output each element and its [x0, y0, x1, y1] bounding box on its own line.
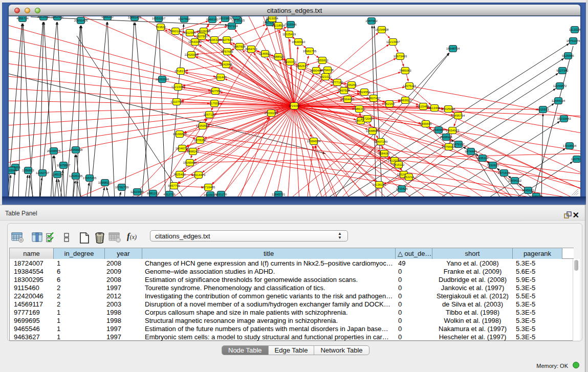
svg-text:15720407: 15720407: [361, 117, 375, 120]
svg-text:10973493: 10973493: [394, 55, 407, 58]
svg-text:1640954: 1640954: [432, 128, 445, 132]
svg-text:20364456: 20364456: [341, 98, 355, 101]
svg-text:1962950: 1962950: [51, 16, 63, 18]
svg-text:16553267: 16553267: [152, 17, 166, 20]
svg-text:8913602: 8913602: [37, 16, 50, 18]
svg-text:22420046: 22420046: [185, 53, 199, 56]
svg-text:9427552: 9427552: [209, 90, 222, 93]
svg-text:2718170: 2718170: [175, 70, 187, 73]
svg-text:9657791: 9657791: [168, 184, 180, 187]
svg-text:3267110: 3267110: [204, 113, 216, 116]
svg-text:7986372: 7986372: [353, 107, 365, 111]
svg-text:16914479: 16914479: [192, 173, 206, 177]
svg-text:6794078: 6794078: [321, 69, 334, 72]
svg-text:20691406: 20691406: [74, 19, 88, 22]
svg-text:12353594: 12353594: [196, 124, 210, 127]
svg-text:1527602: 1527602: [178, 17, 190, 20]
svg-text:9565210: 9565210: [101, 16, 114, 18]
svg-text:3624554: 3624554: [358, 91, 371, 94]
svg-text:9327546: 9327546: [221, 38, 233, 41]
svg-text:1145134: 1145134: [52, 173, 64, 176]
svg-text:7485063: 7485063: [399, 69, 411, 72]
svg-text:18407249: 18407249: [374, 140, 388, 143]
svg-text:9463627: 9463627: [399, 99, 411, 102]
svg-text:12923446: 12923446: [130, 190, 144, 193]
svg-text:15751074: 15751074: [567, 39, 580, 42]
svg-text:19166825: 19166825: [173, 133, 187, 136]
svg-text:12342737: 12342737: [36, 171, 50, 174]
svg-text:20053346: 20053346: [156, 78, 169, 81]
svg-text:7515546: 7515546: [285, 23, 297, 26]
svg-text:6497508: 6497508: [338, 89, 350, 92]
svg-text:8196328: 8196328: [208, 38, 221, 41]
svg-text:12975115: 12975115: [403, 84, 417, 87]
svg-text:12444194: 12444194: [552, 99, 565, 102]
svg-text:252214: 252214: [404, 176, 415, 179]
svg-text:10807487: 10807487: [367, 97, 381, 100]
svg-text:117003: 117003: [209, 102, 220, 105]
svg-text:10975867: 10975867: [57, 164, 71, 167]
svg-text:8031444: 8031444: [214, 76, 227, 79]
svg-text:9777169: 9777169: [331, 81, 343, 84]
svg-text:10654112: 10654112: [508, 179, 522, 182]
svg-text:746266: 746266: [346, 83, 357, 86]
svg-text:1010753: 1010753: [170, 100, 183, 103]
svg-text:10958107: 10958107: [98, 181, 112, 184]
svg-text:1167534: 1167534: [571, 158, 580, 161]
svg-text:9084067: 9084067: [378, 152, 390, 155]
svg-text:9498242: 9498242: [187, 150, 199, 153]
svg-text:8757685: 8757685: [221, 50, 233, 53]
svg-text:10688609: 10688609: [366, 129, 380, 133]
svg-text:8471676: 8471676: [498, 171, 510, 174]
svg-text:7625402: 7625402: [173, 173, 186, 176]
svg-text:9327503: 9327503: [195, 35, 208, 38]
svg-text:6466160: 6466160: [206, 18, 219, 21]
svg-text:1112228: 1112228: [569, 28, 580, 31]
svg-text:9115460: 9115460: [418, 105, 430, 108]
svg-text:16154808: 16154808: [375, 28, 389, 31]
svg-text:9227342: 9227342: [556, 69, 569, 72]
svg-text:11325419: 11325419: [282, 33, 296, 36]
svg-text:16648754: 16648754: [446, 47, 460, 50]
svg-text:9631276: 9631276: [215, 193, 227, 196]
svg-text:19756928: 19756928: [442, 145, 456, 148]
svg-text:9113496: 9113496: [429, 106, 441, 110]
svg-text:8220372: 8220372: [284, 60, 296, 63]
svg-text:2935114: 2935114: [477, 157, 489, 160]
svg-text:1091303: 1091303: [230, 16, 243, 17]
svg-text:8813054: 8813054: [266, 17, 278, 20]
svg-text:9245619: 9245619: [530, 195, 542, 196]
svg-text:1356823: 1356823: [22, 169, 34, 172]
svg-text:17016504: 17016504: [563, 144, 577, 147]
svg-text:9129966: 9129966: [562, 54, 574, 57]
svg-text:12213967: 12213967: [386, 40, 400, 43]
svg-text:9245612: 9245612: [522, 189, 534, 192]
svg-text:9474444: 9474444: [465, 150, 477, 153]
svg-text:962160: 962160: [384, 102, 395, 105]
svg-text:1815112: 1815112: [393, 163, 405, 166]
svg-text:16640910: 16640910: [292, 40, 306, 43]
svg-text:6699695: 6699695: [420, 122, 432, 125]
svg-text:10543342: 10543342: [188, 40, 202, 43]
svg-text:9242848: 9242848: [220, 63, 232, 66]
svg-text:1588520: 1588520: [272, 55, 285, 58]
svg-text:10891406: 10891406: [128, 16, 142, 19]
svg-text:4312719: 4312719: [163, 193, 176, 196]
svg-text:20206578: 20206578: [47, 149, 61, 152]
svg-text:7955812: 7955812: [316, 59, 329, 62]
svg-text:4055724: 4055724: [16, 17, 29, 20]
svg-text:8454749: 8454749: [245, 48, 257, 51]
svg-text:12505135: 12505135: [69, 174, 83, 178]
svg-text:15099489: 15099489: [183, 161, 197, 164]
svg-text:8660124: 8660124: [169, 30, 182, 33]
svg-text:17957255: 17957255: [83, 177, 97, 180]
svg-text:2967608: 2967608: [233, 45, 246, 48]
svg-text:1724067: 1724067: [288, 104, 300, 107]
svg-text:12845731: 12845731: [272, 193, 286, 196]
svg-text:19218506: 19218506: [272, 24, 286, 27]
svg-text:8912954: 8912954: [184, 31, 196, 34]
svg-text:14136141: 14136141: [373, 183, 386, 186]
svg-text:19384554: 19384554: [307, 140, 321, 143]
svg-text:23226058: 23226058: [197, 30, 211, 33]
svg-text:10025438: 10025438: [442, 107, 455, 111]
